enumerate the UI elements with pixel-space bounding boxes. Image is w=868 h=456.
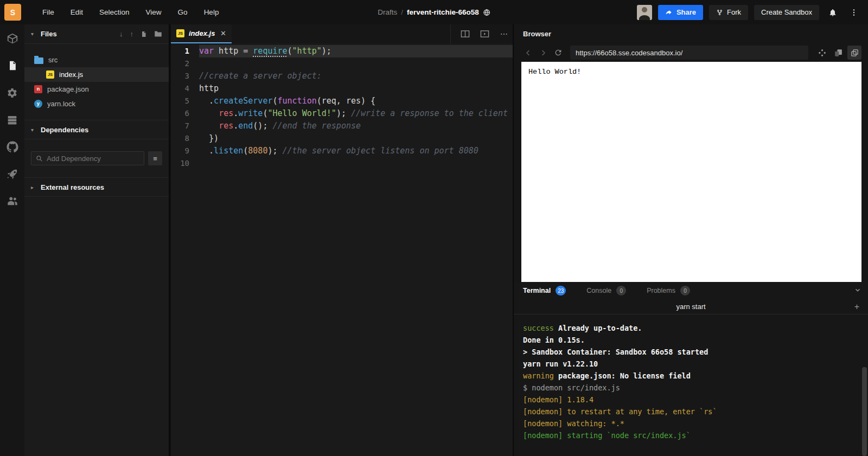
split-view-icon[interactable] — [459, 29, 470, 40]
refresh-icon[interactable] — [552, 46, 565, 59]
file-item-index.js[interactable]: index.js — [24, 67, 169, 82]
new-file-icon[interactable] — [141, 30, 147, 38]
terminal-tabs: Terminal23Console0Problems0 — [514, 282, 868, 299]
deployment-rocket-icon[interactable] — [7, 168, 18, 180]
external-resources-section-header[interactable]: ▸ External resources — [24, 177, 169, 197]
fork-button[interactable]: Fork — [709, 5, 748, 20]
external-resources-header-label: External resources — [41, 183, 162, 191]
search-icon — [36, 155, 43, 162]
terminal-line: $ nodemon src/index.js — [523, 382, 857, 394]
editor-tab-strip: JS index.js ✕ — [171, 24, 513, 43]
expand-caret-icon[interactable]: ▸ — [31, 184, 36, 190]
kebab-menu-icon[interactable] — [846, 5, 861, 20]
settings-gear-icon[interactable] — [7, 87, 18, 99]
add-dependency-input[interactable] — [47, 155, 139, 163]
activity-bar — [0, 24, 24, 456]
browser-viewport[interactable]: Hello World! — [521, 62, 861, 282]
code-line-9[interactable]: 9 .listen(8080); //the server object lis… — [171, 145, 513, 157]
files-section-header[interactable]: ▾ Files ↓ ↑ — [24, 24, 169, 44]
upload-icon[interactable]: ↑ — [130, 30, 134, 38]
github-icon[interactable] — [7, 141, 18, 153]
codesandbox-logo[interactable]: S — [4, 4, 21, 21]
menu-item-file[interactable]: File — [34, 0, 62, 24]
duplicate-window-icon[interactable] — [847, 46, 861, 60]
tab-index-js[interactable]: JS index.js ✕ — [171, 24, 232, 43]
collapse-caret-icon[interactable]: ▾ — [31, 127, 36, 133]
line-number: 2 — [171, 57, 199, 70]
notifications-bell-icon[interactable] — [825, 5, 840, 20]
terminal-tab-terminal[interactable]: Terminal23 — [523, 286, 566, 296]
menu-item-selection[interactable]: Selection — [91, 0, 138, 24]
share-button[interactable]: Share — [658, 5, 703, 20]
dependencies-box-icon[interactable] — [7, 33, 18, 44]
code-line-10[interactable]: 10 — [171, 157, 513, 170]
open-preview-icon[interactable] — [479, 29, 490, 40]
terminal-tab-count-badge: 23 — [556, 286, 566, 296]
user-avatar[interactable] — [637, 5, 652, 20]
file-item-src[interactable]: src — [24, 53, 169, 67]
open-in-new-window-icon[interactable] — [831, 46, 845, 60]
line-number: 10 — [171, 157, 199, 170]
line-number: 3 — [171, 70, 199, 82]
files-icon[interactable] — [7, 60, 18, 72]
dependencies-header-label: Dependencies — [41, 126, 162, 134]
menu-item-help[interactable]: Help — [196, 0, 227, 24]
terminal-tab-count-badge: 0 — [616, 286, 626, 296]
code-line-2[interactable]: 2 — [171, 57, 513, 70]
new-folder-icon[interactable] — [154, 30, 162, 37]
line-number: 1 — [171, 45, 199, 57]
forward-icon[interactable] — [537, 46, 550, 59]
privacy-globe-icon[interactable] — [483, 9, 490, 16]
collapse-caret-icon[interactable]: ▾ — [31, 31, 36, 37]
code-editor[interactable]: 1var http = require("http");23//create a… — [171, 43, 513, 456]
url-input[interactable] — [576, 49, 803, 57]
fork-icon — [716, 9, 723, 16]
live-users-icon[interactable] — [7, 195, 18, 207]
fork-label: Fork — [727, 8, 741, 16]
terminal-tab-console[interactable]: Console0 — [586, 286, 626, 296]
collapse-terminal-icon[interactable] — [854, 286, 861, 294]
code-line-7[interactable]: 7 res.end(); //end the response — [171, 120, 513, 132]
menu-item-view[interactable]: View — [138, 0, 170, 24]
responsive-preview-icon[interactable] — [815, 46, 829, 60]
code-line-6[interactable]: 6 res.write("Hello World!"); //write a r… — [171, 107, 513, 120]
server-stack-icon[interactable] — [7, 114, 18, 126]
code-line-4[interactable]: 4http — [171, 82, 513, 95]
top-bar: S FileEditSelectionViewGoHelp Drafts / f… — [0, 0, 868, 24]
add-terminal-icon[interactable]: + — [854, 302, 859, 312]
line-number: 5 — [171, 95, 199, 107]
breadcrumb-parent[interactable]: Drafts — [378, 8, 397, 16]
url-bar — [570, 46, 808, 60]
terminal-tab-problems[interactable]: Problems0 — [647, 286, 690, 296]
line-number: 7 — [171, 120, 199, 132]
terminal-scrollbar[interactable] — [862, 367, 867, 456]
close-tab-icon[interactable]: ✕ — [220, 29, 226, 37]
terminal-output[interactable]: success Already up-to-date.Done in 0.15s… — [514, 314, 868, 441]
line-content: .listen(8080); //the server object liste… — [199, 145, 513, 157]
terminal-line: [nodemon] watching: *.* — [523, 418, 857, 429]
download-icon[interactable]: ↓ — [119, 30, 123, 38]
code-line-3[interactable]: 3//create a server object: — [171, 70, 513, 82]
add-dependency-inputwrap — [31, 151, 144, 165]
file-item-package.json[interactable]: package.json — [24, 82, 169, 97]
code-line-8[interactable]: 8 }) — [171, 132, 513, 145]
sandbox-title[interactable]: fervent-ritchie-66o58 — [407, 8, 479, 16]
line-content: .createServer(function(req, res) { — [199, 95, 513, 107]
file-item-label: package.json — [47, 85, 89, 93]
create-sandbox-button[interactable]: Create Sandbox — [754, 5, 819, 20]
menu-item-edit[interactable]: Edit — [62, 0, 91, 24]
code-line-5[interactable]: 5 .createServer(function(req, res) { — [171, 95, 513, 107]
menu-item-go[interactable]: Go — [170, 0, 196, 24]
file-tree: srcindex.jspackage.jsonyarn.lock — [24, 44, 169, 120]
terminal-tab-count-badge: 0 — [680, 286, 690, 296]
back-icon[interactable] — [521, 46, 534, 59]
code-line-1[interactable]: 1var http = require("http"); — [171, 45, 513, 57]
terminal-tab-label: Console — [586, 287, 611, 294]
dependencies-section-header[interactable]: ▾ Dependencies — [24, 120, 169, 139]
more-actions-icon[interactable] — [499, 29, 509, 40]
task-label[interactable]: yarn start — [676, 303, 705, 311]
dependency-menu-icon[interactable]: ≡ — [148, 151, 162, 165]
file-item-yarn.lock[interactable]: yarn.lock — [24, 97, 169, 111]
browser-header: Browser — [514, 24, 868, 43]
file-item-label: src — [48, 56, 58, 64]
